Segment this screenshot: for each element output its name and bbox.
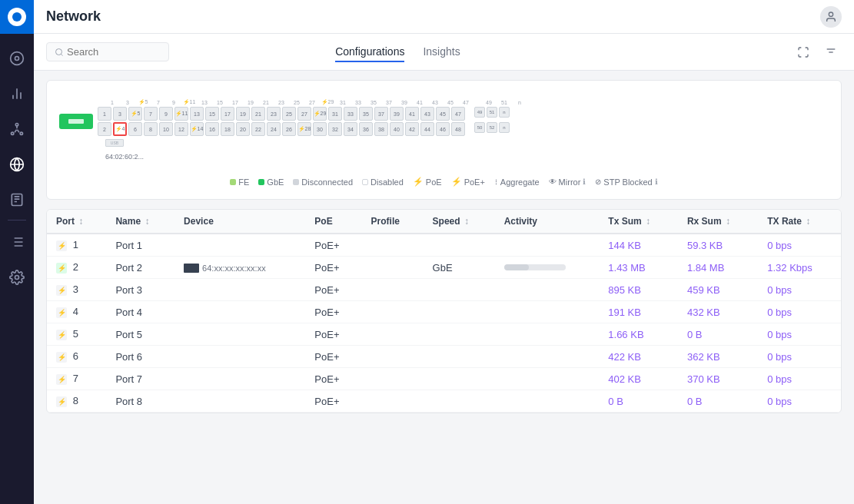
port-n2[interactable]: n [499,122,510,133]
search-input[interactable] [67,46,159,58]
port-4-selected[interactable]: ⚡4 [113,122,127,136]
port-49[interactable]: 49 [474,107,485,118]
port-21[interactable]: 21 [251,107,265,121]
col-tx-sum[interactable]: Tx Sum ↕ [599,210,678,234]
port-45[interactable]: 45 [436,107,450,121]
sidebar-item-topology[interactable] [0,112,34,146]
port-17[interactable]: 17 [221,107,234,121]
port-50[interactable]: 50 [474,122,485,133]
cell-port: ⚡ 8 [47,390,106,413]
col-rx-sum[interactable]: Rx Sum ↕ [678,210,758,234]
port-27[interactable]: 27 [297,107,311,121]
tab-configurations[interactable]: Configurations [335,42,404,62]
port-number: 1 [73,239,78,250]
port-25[interactable]: 25 [282,107,296,121]
port-52[interactable]: 52 [487,122,497,133]
port-bolt-icon: ⚡ [56,307,67,318]
port-26[interactable]: 26 [282,122,296,136]
port-36[interactable]: 36 [359,122,373,136]
port-19[interactable]: 19 [236,107,250,121]
port-15[interactable]: 15 [205,107,219,121]
port-38[interactable]: 38 [374,122,388,136]
ports-bottom-row: 2 ⚡4 6 8 10 12 ⚡14 16 18 20 22 24 [98,122,510,136]
port-13[interactable]: 13 [190,107,204,121]
port-47[interactable]: 47 [451,107,465,121]
port-number: 6 [73,350,78,362]
cell-profile [362,323,424,346]
port-40[interactable]: 40 [390,122,404,136]
table-row: ⚡ 5 Port 5 PoE+ 1.66 KB 0 B 0 bps [47,323,841,346]
port-42[interactable]: 42 [405,122,419,136]
cell-name: Port 8 [106,390,174,413]
port-5[interactable]: ⚡5 [128,107,142,121]
port-9[interactable]: 9 [159,107,173,121]
port-28[interactable]: ⚡28 [297,122,311,136]
col-speed[interactable]: Speed ↕ [424,210,495,234]
cell-poe: PoE+ [305,368,361,390]
sidebar-item-list[interactable] [0,225,34,259]
port-7[interactable]: 7 [144,107,158,121]
port-33[interactable]: 33 [344,107,357,121]
switch-device-icon [59,114,93,129]
sidebar-item-metrics[interactable] [0,77,34,111]
fullscreen-button[interactable] [793,41,814,63]
cell-tx-sum: 1.43 MB [599,257,678,279]
port-11[interactable]: ⚡11 [174,107,188,121]
port-20[interactable]: 20 [236,122,250,136]
cell-profile [362,257,424,279]
port-30[interactable]: 30 [313,122,327,136]
port-bolt-icon: ⚡ [56,263,67,274]
tab-insights[interactable]: Insights [423,42,460,62]
port-2-bottom[interactable]: 2 [98,122,111,136]
port-12[interactable]: 12 [174,122,188,136]
port-39[interactable]: 39 [390,107,404,121]
port-32[interactable]: 32 [328,122,342,136]
user-icon [825,11,837,23]
sidebar-item-reports[interactable] [0,183,34,217]
port-35[interactable]: 35 [359,107,373,121]
port-23[interactable]: 23 [267,107,281,121]
port-6[interactable]: 6 [128,122,142,136]
logo-inner [8,8,26,26]
port-41[interactable]: 41 [405,107,419,121]
port-3[interactable]: 3 [113,107,127,121]
svg-point-9 [56,48,62,55]
port-16[interactable]: 16 [205,122,219,136]
port-14[interactable]: ⚡14 [190,122,204,136]
port-18[interactable]: 18 [221,122,234,136]
port-24[interactable]: 24 [267,122,281,136]
port-22[interactable]: 22 [251,122,265,136]
port-10[interactable]: 10 [159,122,173,136]
port-43[interactable]: 43 [420,107,434,121]
port-8[interactable]: 8 [144,122,158,136]
search-box[interactable] [46,42,169,61]
port-34[interactable]: 34 [344,122,357,136]
port-number: 7 [73,373,78,384]
port-51[interactable]: 51 [487,107,497,118]
port-44[interactable]: 44 [420,122,434,136]
cell-speed [424,346,495,368]
col-tx-rate[interactable]: TX Rate ↕ [758,210,841,234]
app-logo[interactable] [0,0,34,34]
port-1-top[interactable]: 1 [98,107,111,121]
cell-speed [424,279,495,301]
col-name[interactable]: Name ↕ [106,210,174,234]
cell-name: Port 2 [106,257,174,279]
port-37[interactable]: 37 [374,107,388,121]
port-48[interactable]: 48 [451,122,465,136]
cell-activity [495,323,600,346]
sidebar-item-settings[interactable] [0,260,34,294]
port-29[interactable]: ⚡29 [313,107,327,121]
sidebar-item-network[interactable] [0,148,34,181]
port-31[interactable]: 31 [328,107,342,121]
sidebar-item-dashboard[interactable] [0,41,34,75]
port-46[interactable]: 46 [436,122,450,136]
port-n1[interactable]: n [499,107,510,118]
cell-activity [495,257,600,279]
col-port[interactable]: Port ↕ [47,210,106,234]
cell-device [174,390,305,413]
user-avatar[interactable] [820,6,842,28]
filter-button[interactable] [820,41,842,63]
fullscreen-icon [797,46,809,58]
cell-poe: PoE+ [305,257,361,279]
